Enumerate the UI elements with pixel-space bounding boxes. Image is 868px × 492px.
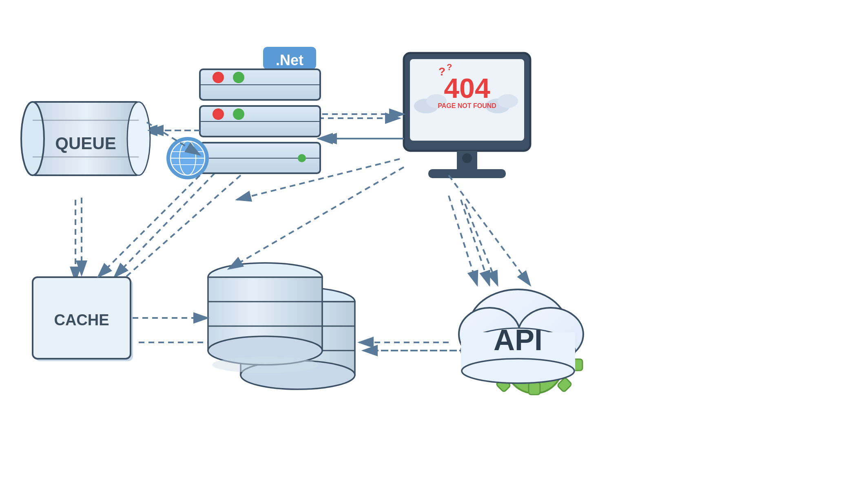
- arrow-server-to-cache: [114, 159, 228, 277]
- svg-point-10: [213, 72, 224, 83]
- arr-monitor-api: [465, 204, 498, 285]
- error-page-not-found: PAGE NOT FOUND: [438, 102, 496, 109]
- svg-point-48: [212, 357, 318, 373]
- svg-point-15: [233, 108, 244, 120]
- svg-point-35: [462, 153, 472, 163]
- cache-label: CACHE: [54, 311, 109, 329]
- arr-monitor-left: [228, 167, 404, 269]
- monitor-component: ? ? 404 PAGE NOT FOUND: [404, 53, 530, 178]
- arr-diag-1: [98, 175, 200, 277]
- server-component: .Net: [166, 47, 320, 179]
- error-404-text: 404: [444, 73, 490, 104]
- svg-rect-52: [529, 382, 540, 395]
- svg-text:?: ?: [447, 62, 452, 72]
- database-component: [208, 263, 355, 389]
- svg-point-14: [213, 108, 224, 120]
- diagram-container: QUEUE .Net: [0, 0, 868, 492]
- svg-point-65: [462, 359, 574, 383]
- arr-monitor-diag: [449, 175, 530, 285]
- svg-point-24: [298, 154, 306, 162]
- svg-rect-34: [428, 169, 506, 178]
- api-component: API: [459, 289, 583, 395]
- svg-point-30: [498, 94, 518, 108]
- queue-label: QUEUE: [55, 134, 116, 153]
- queue-component: QUEUE: [21, 102, 150, 175]
- arrow-monitor-to-api: [461, 200, 489, 285]
- api-label: API: [494, 324, 542, 356]
- svg-point-4: [127, 102, 150, 175]
- svg-point-3: [21, 102, 44, 175]
- svg-point-11: [233, 72, 244, 83]
- dotnet-badge: .Net: [276, 52, 303, 68]
- cache-component: CACHE: [33, 277, 133, 361]
